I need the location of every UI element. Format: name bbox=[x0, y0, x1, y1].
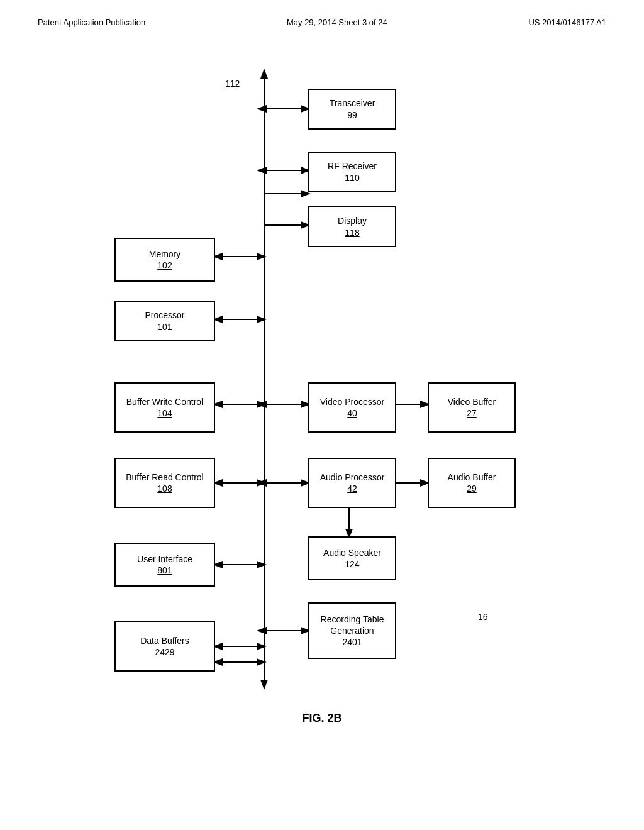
audio-processor-box: Audio Processor 42 bbox=[308, 458, 396, 508]
video-processor-box: Video Processor 40 bbox=[308, 382, 396, 433]
fig-label: FIG. 2B bbox=[302, 712, 341, 725]
header-left: Patent Application Publication bbox=[38, 18, 145, 27]
diagram-area: 112 16 Transceiver 99 RF Receiver 110 Me… bbox=[0, 33, 644, 756]
rf-receiver-box: RF Receiver 110 bbox=[308, 152, 396, 192]
memory-box: Memory 102 bbox=[114, 238, 215, 282]
recording-table-box: Recording Table Generation 2401 bbox=[308, 602, 396, 659]
audio-speaker-box: Audio Speaker 124 bbox=[308, 536, 396, 580]
data-buffers-box: Data Buffers 2429 bbox=[114, 621, 215, 672]
buffer-write-box: Buffer Write Control 104 bbox=[114, 382, 215, 433]
ref-16-label: 16 bbox=[478, 612, 488, 622]
transceiver-box: Transceiver 99 bbox=[308, 89, 396, 130]
header-middle: May 29, 2014 Sheet 3 of 24 bbox=[287, 18, 387, 27]
user-interface-box: User Interface 801 bbox=[114, 543, 215, 587]
audio-buffer-box: Audio Buffer 29 bbox=[428, 458, 516, 508]
display-box: Display 118 bbox=[308, 206, 396, 247]
processor-box: Processor 101 bbox=[114, 301, 215, 341]
buffer-read-box: Buffer Read Control 108 bbox=[114, 458, 215, 508]
page-header: Patent Application Publication May 29, 2… bbox=[0, 0, 644, 27]
header-right: US 2014/0146177 A1 bbox=[528, 18, 606, 27]
ref-112-label: 112 bbox=[225, 79, 240, 89]
video-buffer-box: Video Buffer 27 bbox=[428, 382, 516, 433]
